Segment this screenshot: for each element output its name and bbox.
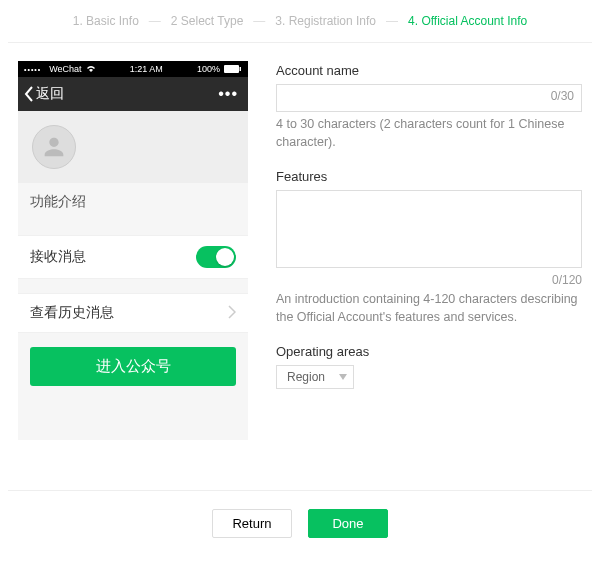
receive-messages-row: 接收消息 — [18, 235, 248, 279]
battery-label: 100% — [197, 64, 220, 74]
phone-bottom-spacer — [18, 400, 248, 440]
region-select[interactable]: Region — [276, 365, 354, 389]
return-button[interactable]: Return — [212, 509, 292, 538]
account-name-hint: 4 to 30 characters (2 characters count f… — [276, 116, 582, 151]
caret-down-icon — [339, 374, 347, 380]
step-2: 2 Select Type — [165, 14, 250, 28]
step-indicator: 1. Basic Info — 2 Select Type — 3. Regis… — [0, 0, 600, 38]
features-hint: An introduction containing 4-120 charact… — [276, 291, 582, 326]
account-name-label: Account name — [276, 63, 582, 78]
step-sep: — — [249, 14, 269, 28]
chevron-right-icon — [228, 305, 236, 322]
chevron-left-icon — [24, 86, 34, 102]
more-button[interactable]: ••• — [218, 85, 238, 103]
done-button[interactable]: Done — [308, 509, 388, 538]
svg-rect-1 — [240, 67, 242, 71]
svg-rect-0 — [224, 65, 239, 73]
phone-preview: WeChat 1:21 AM 100% 返回 ••• 功能介绍 接收消息 — [18, 61, 248, 440]
footer-actions: Return Done — [0, 509, 600, 558]
phone-navbar: 返回 ••• — [18, 77, 248, 111]
person-icon — [40, 133, 68, 161]
time-label: 1:21 AM — [130, 64, 163, 74]
phone-statusbar: WeChat 1:21 AM 100% — [18, 61, 248, 77]
wifi-icon — [86, 65, 96, 73]
step-1: 1. Basic Info — [67, 14, 145, 28]
signal-dots-icon — [24, 64, 45, 74]
form-panel: Account name 0/30 4 to 30 characters (2 … — [276, 61, 582, 440]
step-4: 4. Official Account Info — [402, 14, 533, 28]
features-section-label: 功能介绍 — [18, 183, 248, 221]
account-name-input[interactable] — [276, 84, 582, 112]
back-label: 返回 — [36, 85, 64, 103]
back-button[interactable]: 返回 — [18, 85, 64, 103]
step-sep: — — [145, 14, 165, 28]
features-textarea[interactable] — [276, 190, 582, 268]
separator — [18, 279, 248, 293]
account-name-counter: 0/30 — [551, 89, 574, 103]
receive-toggle[interactable] — [196, 246, 236, 268]
features-counter: 0/120 — [276, 273, 582, 287]
step-sep: — — [382, 14, 402, 28]
profile-area — [18, 111, 248, 183]
step-3: 3. Registration Info — [269, 14, 382, 28]
footer-divider — [8, 490, 592, 491]
history-label: 查看历史消息 — [30, 304, 114, 322]
receive-label: 接收消息 — [30, 248, 86, 266]
features-label: Features — [276, 169, 582, 184]
enter-account-button[interactable]: 进入公众号 — [30, 347, 236, 386]
battery-icon — [224, 65, 242, 73]
separator — [18, 221, 248, 235]
history-row[interactable]: 查看历史消息 — [18, 293, 248, 333]
header-divider — [8, 42, 592, 43]
region-select-label: Region — [287, 370, 325, 384]
avatar — [32, 125, 76, 169]
carrier-label: WeChat — [49, 64, 81, 74]
operating-areas-label: Operating areas — [276, 344, 582, 359]
